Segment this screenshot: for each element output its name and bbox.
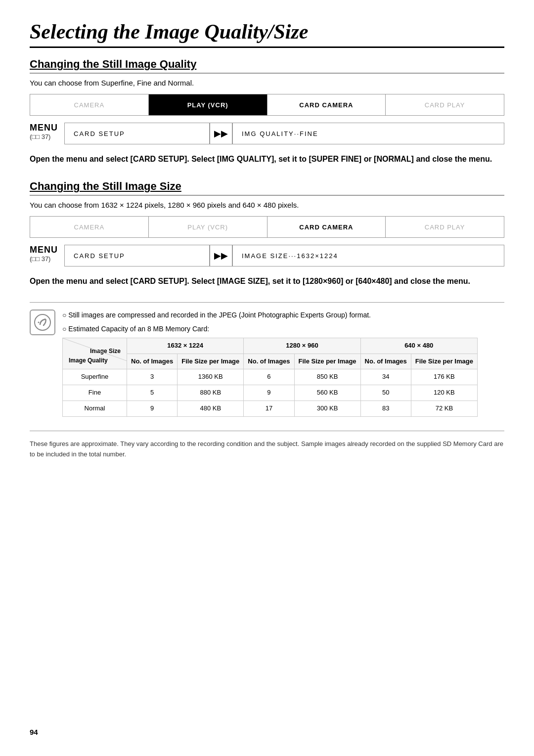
menu-box-quality: CARD SETUP ▶▶ IMG QUALITY··FINE (64, 123, 504, 144)
col-header-1280: 1280 × 960 (244, 338, 360, 354)
sub-header-3: File Size per Image (294, 354, 360, 369)
data-cell-2-3: 300 KB (294, 400, 360, 416)
tab-camera-2[interactable]: CAMERA (30, 217, 149, 237)
data-cell-1-1: 880 KB (178, 385, 244, 401)
quality-cell-1: Fine (63, 385, 127, 401)
tab-play-vcr-2[interactable]: PLAY (VCR) (149, 217, 267, 237)
menu-row-size: MENU (□□ 37) CARD SETUP ▶▶ IMAGE SIZE···… (30, 245, 504, 267)
sub-header-5: File Size per Image (411, 354, 477, 369)
diag-line-svg (63, 338, 127, 361)
menu-box-right-quality: IMG QUALITY··FINE (233, 123, 504, 144)
tab-bar-quality: CAMERA PLAY (VCR) CARD CAMERA CARD PLAY (30, 94, 504, 116)
data-cell-0-2: 6 (244, 369, 294, 385)
tab-bar-size: CAMERA PLAY (VCR) CARD CAMERA CARD PLAY (30, 216, 504, 238)
menu-ref-size: (□□ 37) (30, 255, 50, 263)
tab-camera-1[interactable]: CAMERA (30, 94, 149, 115)
table-row: Superfine31360 KB6850 KB34176 KB (63, 369, 478, 385)
note-item-1: Still images are compressed and recorded… (62, 310, 478, 320)
data-cell-1-3: 560 KB (294, 385, 360, 401)
data-cell-1-4: 50 (360, 385, 411, 401)
data-cell-2-5: 72 KB (411, 400, 477, 416)
note-icon (30, 310, 55, 335)
menu-box-right-size: IMAGE SIZE···1632×1224 (233, 245, 504, 266)
sub-header-0: No. of Images (127, 354, 178, 369)
section2-subtitle: You can choose from 1632 × 1224 pixels, … (30, 201, 504, 209)
col-header-1632: 1632 × 1224 (127, 338, 244, 354)
data-cell-0-4: 34 (360, 369, 411, 385)
footer-note: These figures are approximate. They vary… (30, 439, 504, 460)
section1-subtitle: You can choose from Superfine, Fine and … (30, 79, 504, 87)
quality-cell-0: Superfine (63, 369, 127, 385)
note-section: Still images are compressed and recorded… (30, 302, 504, 431)
menu-box-left-size: CARD SETUP (65, 245, 210, 266)
capacity-table: Image Size Image Quality 1632 × 1224 128… (62, 338, 478, 417)
menu-arrow-size: ▶▶ (210, 245, 233, 266)
data-cell-1-0: 5 (127, 385, 178, 401)
menu-ref-quality: (□□ 37) (30, 133, 50, 140)
note-text: Still images are compressed and recorded… (62, 310, 478, 424)
sub-header-1: File Size per Image (178, 354, 244, 369)
sub-header-2: No. of Images (244, 354, 294, 369)
page-number: 94 (30, 728, 38, 736)
menu-box-size: CARD SETUP ▶▶ IMAGE SIZE···1632×1224 (64, 245, 504, 267)
data-cell-1-2: 9 (244, 385, 294, 401)
data-cell-0-5: 176 KB (411, 369, 477, 385)
menu-word-quality: MENU (30, 123, 58, 133)
data-cell-1-5: 120 KB (411, 385, 477, 401)
tab-play-vcr-1[interactable]: PLAY (VCR) (149, 94, 267, 115)
data-cell-0-0: 3 (127, 369, 178, 385)
menu-row-quality: MENU (□□ 37) CARD SETUP ▶▶ IMG QUALITY··… (30, 123, 504, 144)
col-header-640: 640 × 480 (360, 338, 477, 354)
data-cell-2-0: 9 (127, 400, 178, 416)
data-cell-2-2: 17 (244, 400, 294, 416)
menu-box-left-quality: CARD SETUP (65, 123, 210, 144)
page-title: Selecting the Image Quality/Size (30, 20, 504, 48)
menu-arrow-quality: ▶▶ (210, 123, 233, 144)
section2-instruction: Open the menu and select [CARD SETUP]. S… (30, 275, 504, 287)
data-cell-2-4: 83 (360, 400, 411, 416)
table-row: Normal9480 KB17300 KB8372 KB (63, 400, 478, 416)
section1-instruction: Open the menu and select [CARD SETUP]. S… (30, 153, 504, 165)
svg-line-2 (63, 338, 127, 361)
note-item-2: Estimated Capacity of an 8 MB Memory Car… (62, 323, 478, 334)
menu-word-size: MENU (30, 245, 58, 255)
data-cell-0-3: 850 KB (294, 369, 360, 385)
data-cell-2-1: 480 KB (178, 400, 244, 416)
svg-point-1 (38, 322, 40, 323)
tab-card-play-2[interactable]: CARD PLAY (386, 217, 504, 237)
data-cell-0-1: 1360 KB (178, 369, 244, 385)
tab-card-play-1[interactable]: CARD PLAY (386, 94, 504, 115)
sub-header-4: No. of Images (360, 354, 411, 369)
tab-card-camera-1[interactable]: CARD CAMERA (267, 94, 386, 115)
diag-header-cell: Image Size Image Quality (63, 338, 127, 369)
menu-label-quality: MENU (□□ 37) (30, 123, 59, 144)
section1-heading: Changing the Still Image Quality (30, 58, 504, 74)
tab-card-camera-2[interactable]: CARD CAMERA (267, 217, 386, 237)
table-row: Fine5880 KB9560 KB50120 KB (63, 385, 478, 401)
menu-label-size: MENU (□□ 37) (30, 245, 59, 267)
quality-cell-2: Normal (63, 400, 127, 416)
section2-heading: Changing the Still Image Size (30, 180, 504, 196)
svg-point-0 (35, 314, 50, 330)
